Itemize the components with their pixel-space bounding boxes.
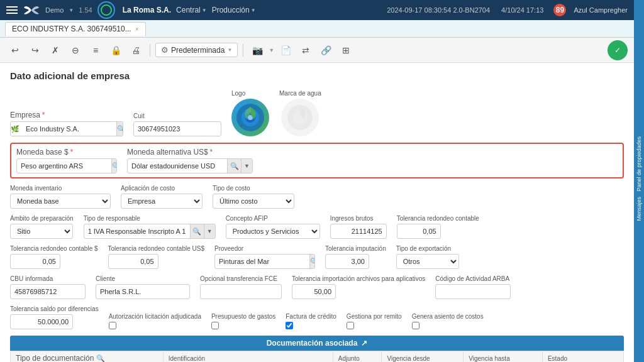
doc-button[interactable]: 📄 [277,41,294,59]
cbu-input[interactable] [10,284,86,299]
moneda-alt-input[interactable]: 🔍 ▼ [127,158,253,173]
moneda-base-input[interactable]: 🔍 ▼ [16,158,117,173]
redo-button[interactable]: ↪ [26,41,44,59]
cliente-group: Cliente 🔍 ▼ [96,275,190,299]
gestiona-remito-label: Gestiona por remito [347,313,402,320]
moneda-alt-text[interactable] [128,158,227,173]
col-tipo-header: Tipo de documentación 🔍 [11,351,164,363]
gestiona-remito-checkbox[interactable] [347,322,354,329]
eraser-button[interactable]: ✗ [47,41,64,59]
opcional-fce-text[interactable] [201,284,282,299]
form-row-cbu: CBU informada Cliente 🔍 ▼ Opcional trans… [10,275,624,299]
confirm-button[interactable]: ✓ [608,40,628,60]
doc-expand-icon[interactable]: ↗ [361,339,367,348]
tolerancia-imp2-input[interactable] [292,284,336,299]
toolbar-separator-2 [243,44,243,57]
proveedor-input[interactable]: 🔍 ▼ [214,254,315,269]
cuit-input[interactable] [133,121,221,136]
predeterminada-dropdown[interactable]: ⚙ Predeterminada ▼ [155,43,238,57]
tipo-exp-group: Tipo de exportación Otros [396,245,459,269]
minus-button[interactable]: ⊖ [67,41,84,59]
tipo-resp-text[interactable] [84,224,190,239]
genera-asiento-checkbox[interactable] [412,322,419,329]
version-label: 1.54 [79,6,92,14]
form-row-tolerancias: Tolerancia redondeo contable $ Toleranci… [10,245,624,269]
tipo-resp-input[interactable]: 🔍 ▼ [84,224,216,239]
undo-button[interactable]: ↩ [6,41,24,59]
aplicacion-costo-select[interactable]: Empresa [121,194,203,209]
camera-button[interactable]: 📷 [248,41,266,59]
produccion-nav[interactable]: Producción ▼ [212,6,256,14]
proveedor-group: Proveedor 🔍 ▼ [214,245,315,269]
cuit-group: Cuit [133,112,221,136]
tolerancia-red3-group: Tolerancia redondeo contable US$ [108,245,204,269]
tipo-exp-label: Tipo de exportación [396,245,459,252]
hamburger-menu[interactable] [6,6,18,14]
tipo-resp-arrow[interactable]: ▼ [204,224,215,238]
notification-badge[interactable]: 89 [553,4,566,16]
empresa-search-icon[interactable]: 🔍 [116,122,123,136]
tolerancia-red-input[interactable] [397,224,441,239]
tolerancia-red3-input[interactable] [108,254,158,269]
right-sidebar: Panel de propiedades Mensajes [634,0,644,362]
col-id-header: Identificación [163,351,333,363]
autorizacion-group: Autorización licitación adjudicada [109,313,201,329]
tab-eco-industry[interactable]: ECO INDUSTRY S.A. 306749510... × [5,22,146,36]
moneda-alt-search-icon[interactable]: 🔍 [227,159,241,173]
link-button[interactable]: 🔗 [317,41,335,59]
print-button[interactable]: 🖨 [127,41,145,59]
tipo-resp-search-icon[interactable]: 🔍 [190,224,204,238]
form-row-moneda-inv: Moneda inventario Moneda base Aplicación… [10,185,624,209]
moneda-base-text[interactable] [17,158,111,173]
toolbar-separator-1 [150,44,150,57]
predeterminada-label: Predeterminada [171,46,225,55]
col-tipo-search-icon[interactable]: 🔍 [96,354,105,363]
ambito-select[interactable]: Sitio [10,224,73,239]
tipo-costo-group: Tipo de costo Último costo [213,185,294,209]
cliente-text[interactable] [96,284,190,299]
datetime1: 2024-09-17 08:30:54 2.0-BN2704 [387,6,490,14]
tab-bar: ECO INDUSTRY S.A. 306749510... × [0,20,634,38]
sidebar-label-propiedades[interactable]: Panel de propiedades [636,136,642,192]
predeterminada-arrow: ▼ [227,47,232,53]
tolerancia-red2-input[interactable] [10,254,60,269]
tolerancia-red3-label: Tolerancia redondeo contable US$ [108,245,204,252]
app-logo [23,4,40,16]
factura-credito-checkbox[interactable] [286,322,293,329]
moneda-inv-label: Moneda inventario [10,185,111,192]
grid-button[interactable]: ⊞ [337,41,355,59]
concepto-afip-select[interactable]: Productos y Servicios [226,224,320,239]
proveedor-label: Proveedor [214,245,315,252]
moneda-base-search-icon[interactable]: 🔍 [111,159,117,173]
moneda-alt-arrow[interactable]: ▼ [241,159,252,173]
moneda-inv-select[interactable]: Moneda base [10,194,111,209]
central-nav[interactable]: Central ▼ [176,6,207,14]
stack-button[interactable]: ≡ [87,41,104,59]
lock-button[interactable]: 🔒 [107,41,125,59]
tolerancia-saldo-input[interactable] [10,314,73,329]
transfer-button[interactable]: ⇄ [297,41,314,59]
logo-image [231,99,269,136]
col-vigencia-desde-header: Vigencia desde [382,351,464,363]
tipo-exp-select[interactable]: Otros [396,254,459,269]
tipo-costo-select[interactable]: Último costo [213,194,294,209]
opcional-fce-group: Opcional transferencia FCE 🔍 ▼ [200,275,282,299]
tab-close-button[interactable]: × [135,26,139,33]
empresa-text-input[interactable] [22,121,116,136]
opcional-fce-input[interactable]: 🔍 ▼ [200,284,282,299]
checkmark-icon: ✓ [614,46,621,55]
codigo-arba-input[interactable] [435,284,511,299]
tolerancia-imp-label: Tolerancia imputación [325,245,386,252]
sidebar-label-mensajes[interactable]: Mensajes [636,197,642,221]
empresa-input[interactable]: 🌿 🔍 ▼ [10,121,123,136]
cliente-input[interactable]: 🔍 ▼ [96,284,190,299]
gear-icon: ⚙ [161,45,169,55]
tolerancia-imp-input[interactable] [325,254,369,269]
presupuesto-checkbox[interactable] [211,322,219,329]
autorizacion-checkbox[interactable] [109,322,116,329]
proveedor-search-icon[interactable]: 🔍 [309,255,315,268]
genera-asiento-group: Genera asiento de costos [412,313,484,329]
proveedor-text[interactable] [215,254,309,269]
moneda-base-label: Moneda base $ * [16,148,117,156]
ingresos-brutos-input[interactable] [330,224,387,239]
